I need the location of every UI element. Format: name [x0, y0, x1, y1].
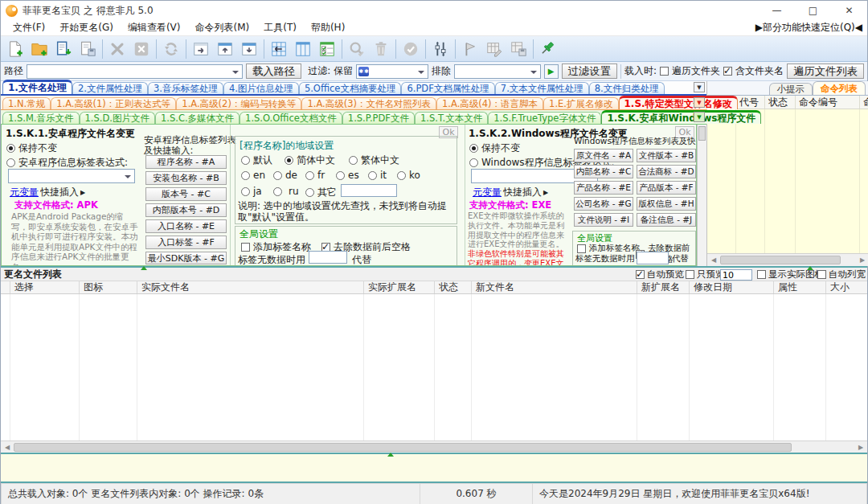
- col-select[interactable]: 选择: [10, 281, 80, 293]
- traverse-folders-checkbox[interactable]: 遍历文件夹: [660, 64, 720, 78]
- menu-command-list[interactable]: 命令列表(M): [188, 20, 257, 36]
- windows-tag-product-button[interactable]: 产品名称 - #E: [574, 181, 633, 195]
- trash-check-button[interactable]: [369, 38, 393, 60]
- locale-simplified-radio[interactable]: 简体中文: [285, 154, 335, 167]
- filter-settings-button[interactable]: 过滤设置: [562, 64, 617, 79]
- new-file-button[interactable]: [3, 38, 27, 60]
- locale-traditional-radio[interactable]: 繁体中文: [349, 154, 399, 167]
- scroll-left-icon[interactable]: ◀: [2, 442, 13, 453]
- locale-other-radio[interactable]: 其它: [305, 186, 337, 199]
- remove-box-button[interactable]: [129, 38, 154, 60]
- tab-music-tag[interactable]: 3.音乐标签处理: [148, 82, 223, 94]
- tab-file-attr[interactable]: 2.文件属性处理: [72, 82, 148, 94]
- splitter-handle[interactable]: [387, 453, 394, 457]
- tab-pdf-attr[interactable]: 6.PDF文档属性处理: [401, 82, 494, 94]
- move-up-panel-button[interactable]: [213, 38, 237, 60]
- android-tag-minsdk-button[interactable]: 最小SDK版本 - #G: [145, 252, 227, 264]
- tab-music-file[interactable]: 1.S.M.音乐文件: [2, 112, 80, 124]
- locale-ko-radio[interactable]: ko: [397, 170, 420, 181]
- panel-vertical-scrollbar[interactable]: [697, 125, 706, 266]
- apply-filter-button[interactable]: ▶: [544, 64, 559, 79]
- auto-preview-checkbox[interactable]: 自动预览: [636, 268, 684, 281]
- path-combo[interactable]: [27, 64, 243, 79]
- windows-tag-filedesc-button[interactable]: 文件说明 - #I: [574, 213, 633, 227]
- android-expr-radio[interactable]: 安卓程序信息标签表达式:: [6, 156, 128, 170]
- windows-tag-trademark-button[interactable]: 合法商标 - #D: [637, 165, 696, 178]
- menu-help[interactable]: 帮助(H): [304, 20, 352, 36]
- refresh-button[interactable]: [159, 38, 183, 60]
- pushpin-button[interactable]: [536, 38, 560, 60]
- android-tag-package-button[interactable]: 安装包名称 - #B: [145, 171, 227, 185]
- tab-text-file[interactable]: 1.S.T.文本文件: [415, 112, 488, 124]
- auto-width-checkbox[interactable]: 自动列宽: [817, 268, 866, 281]
- command-scroll-thumb[interactable]: [720, 256, 841, 264]
- windows-tag-comments-button[interactable]: 备注信息 - #J: [637, 213, 696, 227]
- filter-sliders-button[interactable]: [428, 38, 452, 60]
- scroll-right-icon[interactable]: ▶: [855, 442, 866, 453]
- tab-adv3-mapping[interactable]: 1.A.高级(3)：文件名对照列表: [301, 97, 436, 109]
- save-list-button[interactable]: [76, 38, 100, 60]
- col-command-id[interactable]: 命令编号: [796, 96, 860, 109]
- menu-rename[interactable]: 开始更名(G): [52, 20, 121, 36]
- locale-ru-radio[interactable]: ru: [273, 186, 299, 197]
- panel-vscroll-thumb[interactable]: [698, 126, 706, 141]
- tab-office-summary[interactable]: 5.Office文档摘要处理: [299, 82, 402, 94]
- flag-button[interactable]: [458, 38, 482, 60]
- import-list-button[interactable]: [51, 38, 76, 60]
- menu-file[interactable]: 文件(F): [6, 20, 52, 36]
- maximize-button[interactable]: □: [795, 1, 831, 20]
- locale-en-radio[interactable]: en: [241, 170, 265, 181]
- tab-text-attr[interactable]: 7.文本文件属性处理: [495, 82, 589, 94]
- col-actual-filename[interactable]: 实际文件名: [137, 281, 364, 293]
- quick-locate-label[interactable]: ▶部分功能快速定位(Q)◀: [755, 21, 867, 35]
- checklist-button[interactable]: [315, 38, 339, 60]
- load-path-button[interactable]: 载入路径: [246, 64, 301, 79]
- windows-add-tag-checkbox[interactable]: 添加标签名称: [577, 243, 640, 254]
- table-edit-button[interactable]: [482, 38, 506, 60]
- move-down-panel-button[interactable]: [237, 38, 261, 60]
- col-new-filename[interactable]: 新文件名: [472, 281, 637, 293]
- locale-default-radio[interactable]: 默认: [241, 154, 272, 167]
- android-meta-insert[interactable]: 元变量快捷插入▶: [10, 186, 85, 199]
- android-expr-combo[interactable]: [8, 169, 135, 183]
- windows-empty-input[interactable]: [637, 252, 669, 264]
- add-folder-button[interactable]: [27, 38, 51, 60]
- table-save-button[interactable]: [506, 38, 530, 60]
- type-tabs-more-button[interactable]: ▼: [694, 112, 705, 122]
- menu-edit-view[interactable]: 编辑查看(V): [121, 20, 188, 36]
- col-modified-date[interactable]: 修改日期: [690, 281, 774, 293]
- command-list-body[interactable]: [707, 109, 868, 253]
- windows-tag-copyright-button[interactable]: 版权信息 - #H: [637, 197, 696, 211]
- col-command[interactable]: 命: [860, 96, 868, 109]
- tab-tips[interactable]: 小提示: [769, 83, 813, 95]
- windows-tag-prodver-button[interactable]: 产品版本 - #F: [637, 181, 696, 195]
- tab-office-file[interactable]: 1.S.O.Office文档文件: [240, 112, 342, 124]
- tab-filename[interactable]: 1.文件名处理: [2, 80, 72, 94]
- tab-image-info[interactable]: 4.图片信息处理: [223, 82, 299, 94]
- file-list-scroll-thumb[interactable]: [14, 443, 792, 452]
- tab-pdf-file[interactable]: 1.S.P.PDF文件: [342, 112, 415, 124]
- keep-filter-combo[interactable]: ✱✱: [356, 64, 428, 79]
- android-keep-radio[interactable]: 保持不变: [6, 141, 57, 155]
- col-state[interactable]: 状态: [765, 96, 796, 109]
- windows-tag-origname-button[interactable]: 原文件名 - #A: [574, 149, 633, 162]
- locale-fr-radio[interactable]: fr: [305, 170, 325, 181]
- col-icon[interactable]: 图标: [80, 281, 137, 293]
- locale-es-radio[interactable]: es: [336, 170, 359, 181]
- main-tabs-more-button[interactable]: ▼: [694, 82, 705, 92]
- col-status[interactable]: 状态: [435, 281, 472, 293]
- tab-special-type[interactable]: 1.S.特定类型文件名修改: [619, 96, 738, 109]
- show-icons-checkbox[interactable]: 显示实际图标: [757, 268, 824, 281]
- scroll-left-icon[interactable]: ◀: [708, 255, 719, 265]
- tab-adv2-encoding[interactable]: 1.A.高级(2)：编码与转换等: [176, 97, 301, 109]
- col-actual-ext[interactable]: 实际扩展名: [364, 281, 435, 293]
- windows-keep-radio[interactable]: 保持不变: [469, 141, 520, 155]
- table-insert-left-button[interactable]: [267, 38, 291, 60]
- android-tag-version-button[interactable]: 版本号 - #C: [145, 187, 227, 201]
- tab-command-list[interactable]: 命令列表: [813, 81, 866, 95]
- exclude-filter-combo[interactable]: [454, 64, 541, 79]
- search-check-button[interactable]: [345, 38, 369, 60]
- windows-tag-company-button[interactable]: 公司名称 - #G: [574, 197, 633, 211]
- col-attributes[interactable]: 属性: [774, 281, 826, 293]
- locale-other-input[interactable]: [341, 184, 397, 197]
